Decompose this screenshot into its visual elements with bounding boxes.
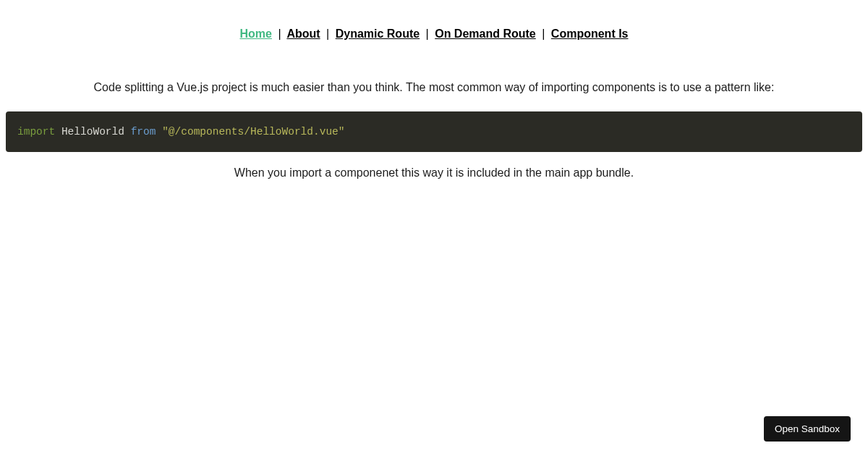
open-sandbox-button[interactable]: Open Sandbox [764,416,851,442]
nav-separator: | [326,28,329,40]
code-string: "@/components/HelloWorld.vue" [156,126,344,138]
code-keyword-from: from [131,126,156,138]
after-text: When you import a componenet this way it… [0,166,868,180]
nav-separator: | [426,28,429,40]
code-keyword-import: import [17,126,55,138]
code-identifier: HelloWorld [55,126,130,138]
nav-separator: | [278,28,281,40]
nav-link-on-demand-route[interactable]: On Demand Route [435,28,536,40]
code-block: import HelloWorld from "@/components/Hel… [6,111,862,152]
nav-link-about[interactable]: About [286,28,320,40]
nav-separator: | [542,28,545,40]
intro-text: Code splitting a Vue.js project is much … [0,81,868,94]
nav-link-component-is[interactable]: Component Is [551,28,629,40]
main-content: Code splitting a Vue.js project is much … [0,41,868,180]
top-nav: Home | About | Dynamic Route | On Demand… [0,0,868,41]
nav-link-dynamic-route[interactable]: Dynamic Route [336,28,420,40]
nav-link-home[interactable]: Home [239,28,271,40]
